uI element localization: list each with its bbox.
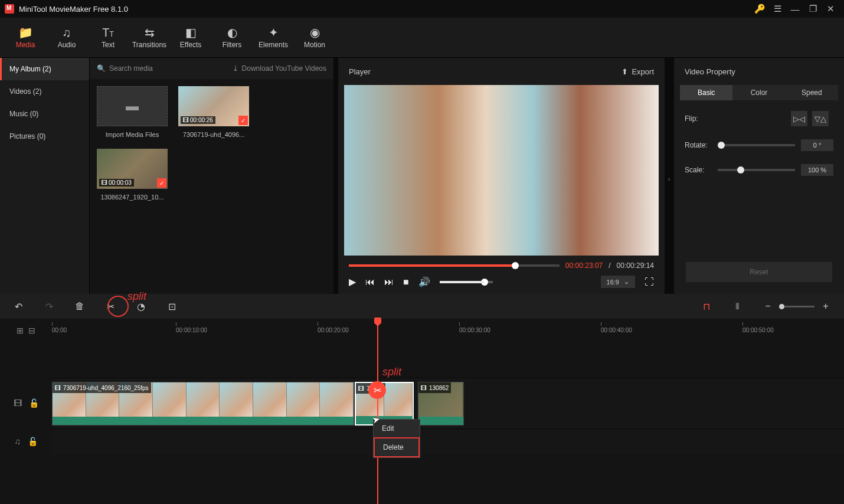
rotate-value[interactable]: 0 ° [801, 139, 833, 151]
player-panel: Player ⬆ Export 00:00:23:07 / 00:00:29:1… [338, 58, 665, 294]
chevron-down-icon: ⌄ [624, 278, 629, 286]
audio-track-body[interactable] [52, 428, 844, 454]
tab-effects[interactable]: ◧ Effects [170, 18, 211, 57]
delete-button[interactable]: 🗑 [73, 301, 86, 312]
video-track-body[interactable]: 🎞7306719-uhd_4096_2160_25fps 🎞73067 🎞130… [52, 378, 844, 428]
aspect-ratio-select[interactable]: 16:9 ⌄ [601, 276, 635, 288]
magnet-icon[interactable]: ⊓ [700, 301, 713, 312]
app-logo [5, 4, 14, 14]
zoom-in-button[interactable]: + [819, 301, 832, 312]
album-videos[interactable]: Videos (2) [0, 80, 89, 103]
close-icon[interactable]: ✕ [822, 4, 839, 14]
tab-label: Media [16, 41, 35, 49]
rotate-label: Rotate: [685, 141, 718, 149]
app-title: MiniTool MovieMaker Free 8.1.0 [19, 5, 128, 14]
timeline-clip[interactable]: 🎞130862 [418, 382, 464, 426]
playhead[interactable] [377, 319, 378, 504]
album-pictures[interactable]: Pictures (0) [0, 125, 89, 148]
album-list: My Album (2) Videos (2) Music (0) Pictur… [0, 58, 90, 294]
player-viewport[interactable] [344, 85, 659, 256]
property-title: Video Property [674, 58, 844, 85]
waveform-icon[interactable]: ⦀ [731, 301, 744, 312]
tab-label: Elements [259, 41, 288, 49]
tab-filters[interactable]: ◐ Filters [211, 18, 253, 57]
stop-button[interactable]: ■ [403, 277, 409, 287]
tab-transitions[interactable]: ⇆ Transitions [129, 18, 170, 57]
scale-label: Scale: [685, 166, 718, 174]
prop-tab-basic[interactable]: Basic [680, 85, 732, 100]
redo-button[interactable]: ↷ [42, 301, 55, 312]
property-panel: Video Property Basic Color Speed Flip: ▷… [674, 58, 844, 294]
minimize-icon[interactable]: — [786, 4, 804, 14]
volume-icon[interactable]: 🔊 [418, 276, 430, 287]
ctx-delete[interactable]: Delete [374, 437, 420, 457]
tab-media[interactable]: 📁 Media [5, 18, 46, 57]
lock-icon[interactable]: 🔓 [28, 437, 38, 446]
collapse-icon[interactable]: ⊟ [28, 326, 35, 335]
video-frame [344, 85, 659, 256]
filters-icon: ◐ [227, 27, 237, 38]
import-thumb: ▬ [97, 86, 168, 126]
key-icon[interactable]: 🔑 [751, 4, 768, 14]
flip-vertical-button[interactable]: ▽△ [812, 111, 829, 126]
zoom-out-button[interactable]: − [761, 301, 774, 312]
tab-text[interactable]: TT Text [87, 18, 129, 57]
search-input[interactable]: 🔍 Search media [97, 64, 228, 73]
prop-tab-speed[interactable]: Speed [786, 85, 838, 100]
import-label: Import Media Files [106, 131, 159, 138]
ctx-edit[interactable]: Edit [374, 420, 420, 437]
progress-bar[interactable] [349, 264, 560, 267]
timeline-ruler[interactable]: 00:00 00:00:10:00 00:00:20:00 00:00:30:0… [52, 319, 844, 342]
scale-row: Scale: 100 % [685, 164, 833, 176]
media-item[interactable]: 🎞00:00:03 ✓ 13086247_1920_10... [97, 149, 168, 201]
tab-motion[interactable]: ◉ Motion [294, 18, 335, 57]
transitions-icon: ⇆ [145, 27, 155, 38]
flip-row: Flip: ▷◁ ▽△ [685, 111, 833, 126]
split-button[interactable]: ✂ [104, 301, 117, 312]
album-my-album[interactable]: My Album (2) [0, 58, 89, 80]
tab-label: Filters [223, 41, 242, 49]
undo-button[interactable]: ↶ [12, 301, 25, 312]
volume-slider[interactable] [440, 281, 493, 283]
add-track-icon[interactable]: ⊞ [17, 326, 24, 335]
timeline-clip[interactable]: 🎞7306719-uhd_4096_2160_25fps [52, 382, 354, 426]
speed-button[interactable]: ◔ [135, 301, 148, 312]
download-icon: ⤓ [233, 64, 238, 73]
time-current: 00:00:23:07 [565, 261, 603, 270]
crop-button[interactable]: ⊡ [165, 301, 178, 312]
property-tabs: Basic Color Speed [674, 85, 844, 100]
titlebar: MiniTool MovieMaker Free 8.1.0 🔑 ☰ — ❐ ✕ [0, 0, 844, 18]
main-toolbar: 📁 Media ♫ Audio TT Text ⇆ Transitions ◧ … [0, 18, 844, 58]
menu-icon[interactable]: ☰ [768, 4, 786, 14]
next-frame-button[interactable]: ⏭ [384, 277, 394, 287]
scale-slider[interactable] [718, 169, 795, 171]
scale-value[interactable]: 100 % [801, 164, 833, 176]
lock-icon[interactable]: 🔓 [29, 398, 39, 408]
play-button[interactable]: ▶ [349, 276, 356, 287]
import-tile[interactable]: ▬ Import Media Files [97, 86, 168, 138]
timeline: ↶ ↷ 🗑 ✂ ◔ ⊡ ⊓ ⦀ − + split ⊞ ⊟ 00:00 00:0… [0, 294, 844, 504]
audio-track-header: ♫ 🔓 [0, 428, 52, 454]
maximize-icon[interactable]: ❐ [804, 4, 822, 14]
media-item[interactable]: 🎞00:00:26 ✓ 7306719-uhd_4096... [178, 86, 249, 138]
zoom-slider[interactable] [779, 306, 814, 307]
audio-track: ♫ 🔓 [0, 428, 844, 454]
download-youtube[interactable]: ⤓ Download YouTube Videos [233, 64, 326, 73]
export-button[interactable]: ⬆ Export [621, 67, 654, 76]
prev-frame-button[interactable]: ⏮ [365, 277, 375, 287]
reset-button[interactable]: Reset [686, 262, 832, 282]
prop-tab-color[interactable]: Color [732, 85, 785, 100]
split-overlay-icon: ✂ [368, 381, 386, 399]
album-music[interactable]: Music (0) [0, 103, 89, 125]
search-icon: 🔍 [97, 64, 106, 73]
panel-divider[interactable]: › [669, 58, 674, 294]
tab-label: Motion [304, 41, 325, 49]
tab-elements[interactable]: ✦ Elements [253, 18, 294, 57]
motion-icon: ◉ [310, 27, 320, 38]
tab-audio[interactable]: ♫ Audio [46, 18, 87, 57]
rotate-slider[interactable] [718, 144, 795, 146]
fullscreen-button[interactable]: ⛶ [645, 277, 654, 287]
flip-horizontal-button[interactable]: ▷◁ [791, 111, 807, 126]
sparkle-icon: ✦ [269, 27, 279, 38]
check-icon: ✓ [238, 116, 248, 125]
